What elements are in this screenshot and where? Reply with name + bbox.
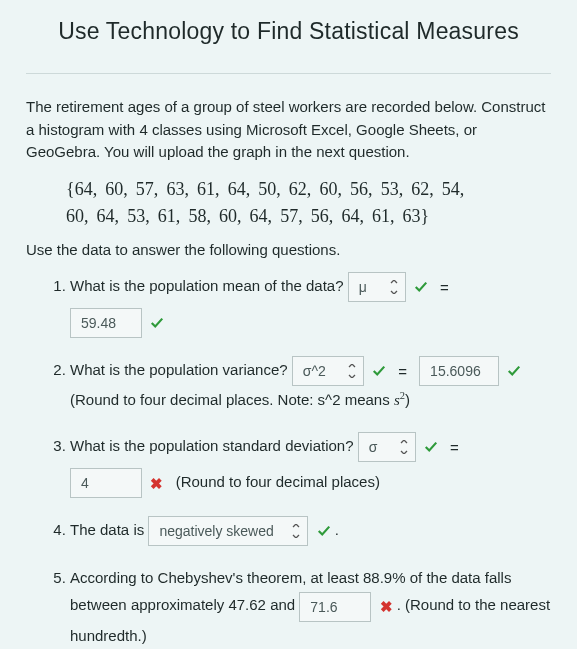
q4-skew-select[interactable]: negatively skewed (148, 516, 308, 546)
instructions: Use the data to answer the following que… (26, 241, 551, 258)
check-icon (414, 280, 428, 294)
dataset-line-1: {64, 60, 57, 63, 61, 64, 50, 62, 60, 56,… (66, 179, 464, 199)
q2-text: What is the population variance? (70, 361, 288, 378)
q1-value-input[interactable] (70, 308, 142, 338)
equals-sign: = (440, 274, 449, 301)
check-icon (317, 524, 331, 538)
divider (26, 73, 551, 74)
q1-text: What is the population mean of the data? (70, 277, 344, 294)
q3-value-input[interactable] (70, 468, 142, 498)
q2-note: (Round to four decimal places. Note: s^2… (70, 386, 551, 414)
page-title: Use Technology to Find Statistical Measu… (26, 18, 551, 45)
question-4: The data is negatively skewed . (70, 516, 551, 546)
check-icon (372, 364, 386, 378)
intro-text: The retirement ages of a group of steel … (26, 96, 551, 164)
q2-value-input[interactable] (419, 356, 499, 386)
q5-value-input[interactable] (299, 592, 371, 622)
q3-note: (Round to four decimal places) (176, 473, 380, 490)
q2-symbol-select[interactable]: σ^2 (292, 356, 364, 386)
question-1: What is the population mean of the data?… (70, 272, 551, 338)
question-list: What is the population mean of the data?… (26, 272, 551, 648)
q3-text: What is the population standard deviatio… (70, 437, 354, 454)
check-icon (507, 364, 521, 378)
cross-icon: ✖ (380, 593, 393, 620)
question-2: What is the population variance? σ^2 = (… (70, 356, 551, 414)
question-3: What is the population standard deviatio… (70, 432, 551, 498)
equals-sign: = (398, 358, 407, 385)
dataset: {64, 60, 57, 63, 61, 64, 50, 62, 60, 56,… (66, 176, 551, 232)
cross-icon: ✖ (150, 470, 163, 497)
q1-symbol-select[interactable]: μ (348, 272, 406, 302)
equals-sign: = (450, 434, 459, 461)
q3-symbol-select[interactable]: σ (358, 432, 416, 462)
period: . (335, 521, 339, 538)
check-icon (150, 316, 164, 330)
s-squared: s2 (394, 392, 405, 408)
dataset-line-2: 60, 64, 53, 61, 58, 60, 64, 57, 56, 64, … (66, 206, 429, 226)
question-5: According to Chebyshev's theorem, at lea… (70, 564, 551, 648)
check-icon (424, 440, 438, 454)
q4-text: The data is (70, 521, 144, 538)
